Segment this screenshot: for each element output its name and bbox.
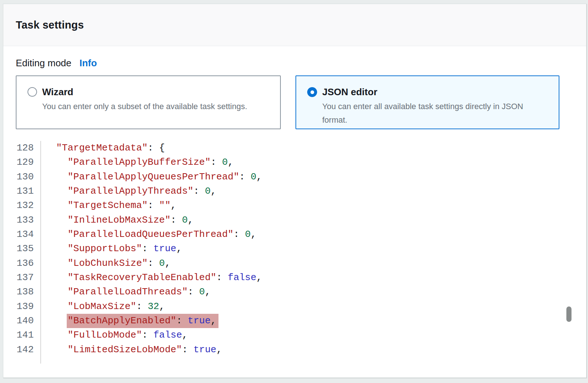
- line-number: 132: [3, 198, 39, 213]
- line-number: 142: [3, 343, 39, 357]
- code-lines: 128 "TargetMetadata": {129 "ParallelAppl…: [3, 141, 586, 357]
- radio-dot-icon: [310, 90, 314, 94]
- panel-header: Task settings: [3, 4, 586, 46]
- page-title: Task settings: [16, 19, 84, 31]
- code-text: "ParallelApplyQueuesPerThread": 0,: [39, 170, 262, 184]
- line-number: 136: [3, 256, 39, 271]
- wizard-option-tile[interactable]: Wizard You can enter only a subset of th…: [16, 75, 281, 129]
- code-text: "LobMaxSize": 32,: [39, 300, 165, 314]
- code-line[interactable]: 133 "InlineLobMaxSize": 0,: [3, 213, 586, 227]
- code-text: "ParallelLoadQueuesPerThread": 0,: [39, 227, 256, 242]
- line-number: 130: [3, 170, 39, 184]
- code-line[interactable]: 134 "ParallelLoadQueuesPerThread": 0,: [3, 227, 586, 242]
- json-editor-option-tile[interactable]: JSON editor You can enter all available …: [295, 75, 559, 129]
- code-line[interactable]: 130 "ParallelApplyQueuesPerThread": 0,: [3, 170, 586, 184]
- code-line[interactable]: 138 "ParallelLoadThreads": 0,: [3, 285, 586, 299]
- code-line[interactable]: 137 "TaskRecoveryTableEnabled": false,: [3, 271, 586, 285]
- line-number: 131: [3, 184, 39, 198]
- code-text: "LobChunkSize": 0,: [39, 256, 170, 271]
- line-number: 140: [3, 314, 39, 328]
- editing-mode-row: Editing modeInfo: [16, 57, 97, 69]
- json-editor-option-description: You can enter all available task setting…: [322, 100, 550, 127]
- line-number: 138: [3, 285, 39, 299]
- code-text: "ParallelApplyThreads": 0,: [39, 184, 216, 198]
- code-text: "TargetSchema": "",: [39, 198, 176, 213]
- line-number: 129: [3, 155, 39, 170]
- code-text: "TargetMetadata": {: [39, 141, 165, 155]
- code-line[interactable]: 136 "LobChunkSize": 0,: [3, 256, 586, 271]
- line-number: 137: [3, 271, 39, 285]
- wizard-option-description: You can enter only a subset of the avail…: [42, 100, 247, 113]
- json-editor-option-label: JSON editor: [322, 85, 550, 98]
- code-text: "TaskRecoveryTableEnabled": false,: [39, 271, 262, 285]
- wizard-radio-icon[interactable]: [27, 87, 37, 97]
- code-text: "ParallelApplyBufferSize": 0,: [39, 155, 234, 170]
- json-editor-radio-icon[interactable]: [307, 87, 317, 97]
- code-text: "ParallelLoadThreads": 0,: [39, 285, 211, 299]
- info-link[interactable]: Info: [80, 57, 97, 68]
- wizard-option-label: Wizard: [42, 85, 247, 98]
- code-line[interactable]: 142 "LimitedSizeLobMode": true,: [3, 343, 586, 357]
- code-line[interactable]: 139 "LobMaxSize": 32,: [3, 300, 586, 314]
- code-text: "FullLobMode": false,: [39, 328, 188, 342]
- line-number: 139: [3, 300, 39, 314]
- task-settings-panel: Task settings Editing modeInfo Wizard Yo…: [3, 4, 587, 378]
- code-text: "LimitedSizeLobMode": true,: [39, 343, 222, 357]
- code-text: "SupportLobs": true,: [39, 242, 182, 256]
- code-text: "InlineLobMaxSize": 0,: [39, 213, 194, 227]
- code-line[interactable]: 132 "TargetSchema": "",: [3, 198, 586, 213]
- code-line[interactable]: 129 "ParallelApplyBufferSize": 0,: [3, 155, 586, 170]
- line-number: 135: [3, 242, 39, 256]
- code-line[interactable]: 141 "FullLobMode": false,: [3, 328, 586, 342]
- code-line[interactable]: 128 "TargetMetadata": {: [3, 141, 586, 155]
- code-line[interactable]: 131 "ParallelApplyThreads": 0,: [3, 184, 586, 198]
- scrollbar-thumb[interactable]: [566, 306, 572, 322]
- line-number: 134: [3, 227, 39, 242]
- code-text: "BatchApplyEnabled": true,: [39, 314, 218, 328]
- gutter-divider: [40, 141, 41, 364]
- editing-mode-label: Editing mode: [16, 57, 71, 68]
- line-number: 133: [3, 213, 39, 227]
- json-code-editor[interactable]: 128 "TargetMetadata": {129 "ParallelAppl…: [3, 141, 586, 372]
- line-number: 141: [3, 328, 39, 342]
- highlighted-code: "BatchApplyEnabled": true,: [67, 314, 218, 328]
- code-line[interactable]: 140 "BatchApplyEnabled": true,: [3, 314, 586, 328]
- code-line[interactable]: 135 "SupportLobs": true,: [3, 242, 586, 256]
- line-number: 128: [3, 141, 39, 155]
